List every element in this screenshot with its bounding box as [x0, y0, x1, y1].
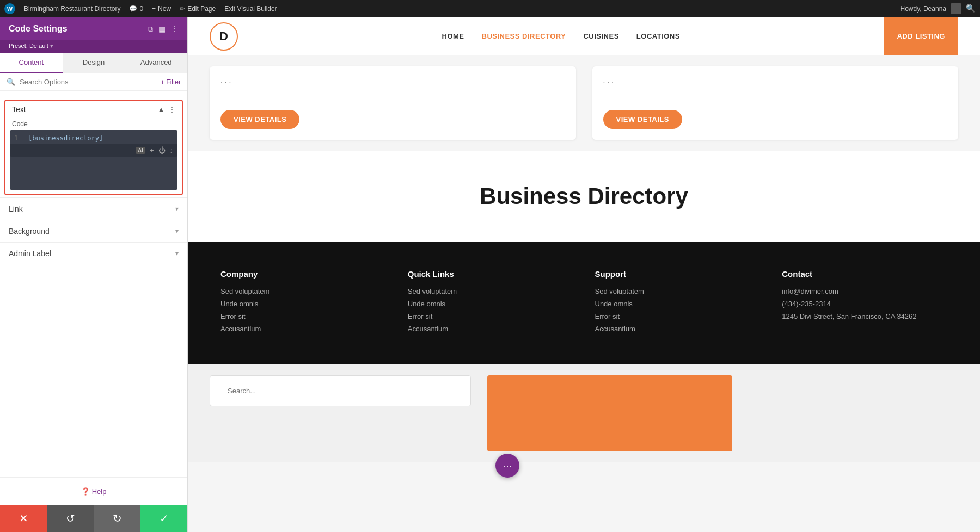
- footer-item-company-2: Unde omnis: [220, 300, 386, 308]
- footer-item-support-1: Sed voluptatem: [595, 287, 761, 295]
- footer-item-quicklinks-1: Sed voluptatem: [408, 287, 573, 295]
- directory-section: Business Directory: [188, 151, 980, 242]
- directory-title: Business Directory: [210, 183, 958, 209]
- admin-bar-site-name[interactable]: Birmingham Restaurant Directory: [24, 5, 120, 13]
- ai-badge[interactable]: AI: [136, 147, 145, 154]
- footer-col-company: Company Sed voluptatem Unde omnis Error …: [220, 269, 386, 337]
- search-input[interactable]: [20, 78, 156, 86]
- admin-label-section[interactable]: Admin Label ▾: [0, 242, 187, 264]
- help-button[interactable]: ❓ Help: [81, 487, 107, 496]
- footer-item-company-4: Accusantium: [220, 325, 386, 333]
- view-details-button-1[interactable]: VIEW DETAILS: [220, 110, 299, 129]
- add-listing-button[interactable]: ADD LISTING: [884, 17, 958, 55]
- card-2-desc: [603, 90, 948, 101]
- card-1: · · · VIEW DETAILS: [210, 66, 576, 140]
- footer-col-company-title: Company: [220, 269, 386, 279]
- footer-col-contact-title: Contact: [782, 269, 947, 279]
- footer-item-company-1: Sed voluptatem: [220, 287, 386, 295]
- collapse-icon[interactable]: ▲: [158, 106, 164, 113]
- search-icon: 🔍: [7, 78, 15, 86]
- footer-section: Company Sed voluptatem Unde omnis Error …: [188, 242, 980, 364]
- footer-col-contact: Contact info@divimer.com (434)-235-2314 …: [782, 269, 947, 337]
- link-section[interactable]: Link ▾: [0, 197, 187, 220]
- footer-col-quicklinks-title: Quick Links: [408, 269, 573, 279]
- redo-button[interactable]: ↻: [94, 505, 140, 532]
- sidebar-header: Code Settings ⧉ ▦ ⋮: [0, 17, 187, 40]
- footer-item-quicklinks-4: Accusantium: [408, 325, 573, 333]
- text-section-header[interactable]: Text ▲ ⋮: [5, 101, 182, 118]
- footer-item-contact-address: 1245 Divi Street, San Francisco, CA 3426…: [782, 312, 947, 320]
- line-number: 1: [14, 134, 23, 142]
- cards-section: · · · VIEW DETAILS · · · VIEW DETAILS: [188, 55, 980, 151]
- text-section: Text ▲ ⋮ Code 1 [businessdirectory]: [4, 100, 183, 195]
- card-2-title: · · ·: [603, 77, 948, 86]
- orange-box: [487, 375, 732, 451]
- footer-item-contact-phone: (434)-235-2314: [782, 300, 947, 308]
- fab-button[interactable]: ···: [495, 454, 519, 478]
- bottom-input-wrapper: [210, 375, 471, 406]
- footer-item-company-3: Error sit: [220, 312, 386, 320]
- nav-links: HOME BUSINESS DIRECTORY CUISINES LOCATIO…: [442, 32, 680, 40]
- footer-item-support-4: Accusantium: [595, 325, 761, 333]
- move-icon[interactable]: ↕: [170, 146, 174, 154]
- link-chevron-icon: ▾: [175, 205, 179, 213]
- admin-bar-comments[interactable]: 💬 0: [129, 5, 143, 13]
- nav-link-locations[interactable]: LOCATIONS: [636, 32, 680, 40]
- tab-design[interactable]: Design: [63, 53, 125, 73]
- undo-button[interactable]: ↺: [47, 505, 94, 532]
- nav-link-home[interactable]: HOME: [442, 32, 464, 40]
- sidebar-preset: Preset: Default ▾: [0, 40, 187, 53]
- sidebar-search-bar: 🔍 + Filter: [0, 73, 187, 91]
- add-icon[interactable]: +: [150, 146, 154, 154]
- code-editor[interactable]: 1 [businessdirectory] AI + ⏻ ↕: [10, 130, 177, 190]
- sidebar-footer: ✕ ↺ ↻ ✓: [0, 505, 187, 532]
- background-section[interactable]: Background ▾: [0, 220, 187, 242]
- footer-col-support: Support Sed voluptatem Unde omnis Error …: [595, 269, 761, 337]
- main-layout: Code Settings ⧉ ▦ ⋮ Preset: Default ▾ Co…: [0, 17, 980, 532]
- admin-bar-right: Howdy, Deanna 🔍: [901, 3, 976, 14]
- filter-button[interactable]: + Filter: [161, 78, 181, 86]
- code-toolbar: AI + ⏻ ↕: [10, 144, 177, 157]
- card-1-title: · · ·: [220, 77, 565, 86]
- view-details-button-2[interactable]: VIEW DETAILS: [603, 110, 682, 129]
- wp-icon[interactable]: W: [4, 3, 15, 14]
- window-icon[interactable]: ⧉: [148, 24, 153, 34]
- admin-label-chevron-icon: ▾: [175, 250, 179, 257]
- sidebar-tabs: Content Design Advanced: [0, 53, 187, 73]
- admin-label-section-title: Admin Label: [9, 249, 51, 258]
- nav-link-cuisines[interactable]: CUISINES: [583, 32, 618, 40]
- admin-bar-edit-page[interactable]: ✏ Edit Page: [180, 5, 216, 13]
- bottom-search-input[interactable]: [219, 381, 462, 400]
- footer-item-contact-email: info@divimer.com: [782, 287, 947, 295]
- nav-logo: D: [210, 22, 238, 51]
- card-1-desc: [220, 90, 565, 101]
- admin-bar-new[interactable]: + New: [152, 5, 171, 13]
- admin-bar-user: Howdy, Deanna: [901, 5, 947, 13]
- admin-bar: W Birmingham Restaurant Directory 💬 0 + …: [0, 0, 980, 17]
- footer-col-support-title: Support: [595, 269, 761, 279]
- code-label: Code: [5, 118, 182, 130]
- link-section-title: Link: [9, 205, 23, 213]
- tab-content[interactable]: Content: [0, 53, 63, 73]
- admin-search-icon[interactable]: 🔍: [966, 4, 976, 14]
- power-icon[interactable]: ⏻: [158, 146, 166, 154]
- save-button[interactable]: ✓: [140, 505, 187, 532]
- help-icon: ❓: [81, 487, 90, 496]
- user-avatar: [951, 3, 961, 14]
- background-section-title: Background: [9, 227, 50, 236]
- nav-bar: D HOME BUSINESS DIRECTORY CUISINES LOCAT…: [188, 17, 980, 55]
- columns-icon[interactable]: ▦: [158, 24, 166, 33]
- cancel-button[interactable]: ✕: [0, 505, 47, 532]
- footer-item-quicklinks-3: Error sit: [408, 312, 573, 320]
- help-area: ❓ Help: [0, 477, 187, 505]
- more-options-icon[interactable]: ⋮: [169, 106, 175, 113]
- code-line-1: 1 [businessdirectory]: [14, 134, 173, 142]
- footer-item-support-2: Unde omnis: [595, 300, 761, 308]
- bottom-section: [188, 364, 980, 462]
- nav-link-business-directory[interactable]: BUSINESS DIRECTORY: [482, 32, 566, 40]
- sidebar-header-icons: ⧉ ▦ ⋮: [148, 24, 179, 34]
- tab-advanced[interactable]: Advanced: [125, 53, 187, 73]
- admin-bar-exit-builder[interactable]: Exit Visual Builder: [224, 5, 277, 13]
- sidebar-title: Code Settings: [9, 24, 68, 34]
- more-icon[interactable]: ⋮: [171, 24, 179, 33]
